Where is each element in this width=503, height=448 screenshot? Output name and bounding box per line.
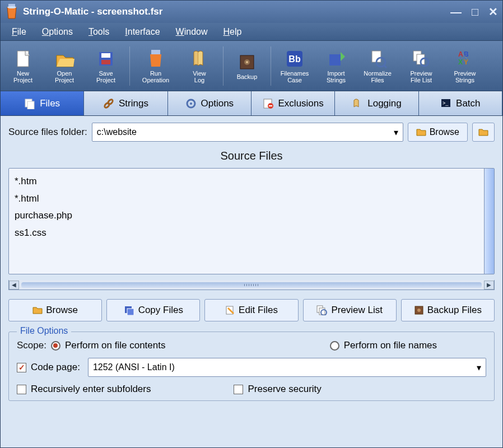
maximize-button[interactable]: □ bbox=[472, 6, 478, 18]
title-bar: String-O-Matic - screenshot.fsr — □ ✕ bbox=[1, 1, 502, 23]
file-options-group: File Options Scope: Perform on file cont… bbox=[8, 332, 495, 401]
toolbar: NewProjectOpenProjectSaveProjectRunOpera… bbox=[1, 41, 502, 91]
source-folder-value: c:\website bbox=[97, 127, 137, 137]
edit-icon bbox=[225, 305, 235, 315]
toolbar-run-operation[interactable]: RunOperation bbox=[133, 43, 178, 89]
source-files-listbox[interactable]: *.htm*.htmlpurchase.phpss1.css bbox=[8, 168, 495, 274]
folder-icon bbox=[32, 306, 43, 315]
preview-list-button[interactable]: Preview List bbox=[303, 299, 397, 321]
toolbar-filenames-case[interactable]: BbFilenamesCase bbox=[274, 43, 315, 89]
app-window: String-O-Matic - screenshot.fsr — □ ✕ Fi… bbox=[0, 0, 503, 448]
source-files-heading: Source Files bbox=[8, 150, 495, 162]
toolbar-import-strings[interactable]: ImportStrings bbox=[316, 43, 356, 89]
scroll-left-arrow-icon[interactable]: ◀ bbox=[9, 281, 19, 290]
close-button[interactable]: ✕ bbox=[488, 5, 498, 18]
svg-rect-37 bbox=[319, 308, 325, 315]
svg-rect-34 bbox=[127, 309, 134, 315]
list-item[interactable]: ss1.css bbox=[15, 225, 488, 242]
svg-point-1 bbox=[7, 6, 16, 8]
source-folder-combo[interactable]: c:\website ▾ bbox=[92, 123, 403, 142]
dropdown-caret-icon: ▾ bbox=[477, 362, 481, 373]
svg-text:Bb: Bb bbox=[288, 54, 301, 64]
menu-help[interactable]: Help bbox=[216, 25, 250, 39]
file-options-title: File Options bbox=[17, 326, 71, 336]
edit-files-button[interactable]: Edit Files bbox=[204, 299, 298, 321]
svg-point-40 bbox=[417, 309, 421, 312]
toolbar-backup[interactable]: Backup bbox=[227, 43, 267, 89]
horizontal-scrollbar[interactable]: ◀ ▶ bbox=[8, 280, 495, 290]
source-folder-label: Source files folder: bbox=[8, 127, 87, 138]
list-item[interactable]: purchase.php bbox=[15, 207, 488, 225]
scroll-right-arrow-icon[interactable]: ▶ bbox=[484, 281, 494, 290]
tab-strings[interactable]: Strings bbox=[84, 91, 167, 115]
svg-rect-5 bbox=[101, 60, 110, 64]
menu-interface[interactable]: Interface bbox=[117, 25, 167, 39]
toolbar-save-project[interactable]: SaveProject bbox=[86, 43, 126, 89]
list-browse-button[interactable]: Browse bbox=[8, 299, 102, 321]
svg-text:A: A bbox=[458, 50, 463, 58]
tab-exclusions[interactable]: Exclusions bbox=[252, 91, 335, 115]
svg-point-24 bbox=[104, 102, 110, 108]
toolbar-view-log[interactable]: ViewLog bbox=[179, 43, 220, 89]
svg-rect-6 bbox=[151, 50, 160, 54]
svg-text:Y: Y bbox=[464, 58, 468, 66]
scroll-track[interactable] bbox=[21, 282, 482, 288]
tab-logging[interactable]: Logging bbox=[335, 91, 418, 115]
tab-options[interactable]: Options bbox=[168, 91, 252, 115]
svg-rect-23 bbox=[27, 101, 34, 109]
svg-rect-12 bbox=[329, 54, 341, 66]
scope-names-radio[interactable]: Perform on file names bbox=[330, 340, 437, 351]
backup-icon bbox=[414, 305, 424, 315]
svg-text:X: X bbox=[458, 58, 463, 66]
toolbar-open-project[interactable]: OpenProject bbox=[44, 43, 85, 89]
tab-strip: FilesStringsOptionsExclusionsLogging>_Ba… bbox=[1, 91, 502, 116]
svg-point-9 bbox=[246, 61, 248, 63]
preserve-security-checkbox[interactable]: Preserve security bbox=[234, 384, 321, 395]
open-folder-button[interactable] bbox=[472, 123, 495, 142]
content-panel: Source files folder: c:\website ▾ Browse… bbox=[1, 116, 502, 447]
svg-rect-4 bbox=[101, 53, 110, 58]
svg-text:>_: >_ bbox=[443, 100, 449, 106]
codepage-combo[interactable]: 1252 (ANSI - Latin I) ▾ bbox=[88, 358, 486, 377]
app-icon bbox=[5, 4, 18, 20]
tab-batch[interactable]: >_Batch bbox=[419, 91, 502, 115]
menu-file[interactable]: File bbox=[4, 25, 34, 39]
svg-text:B: B bbox=[464, 50, 469, 58]
minimize-button[interactable]: — bbox=[450, 6, 462, 18]
menu-window[interactable]: Window bbox=[168, 25, 216, 39]
svg-point-27 bbox=[190, 102, 192, 105]
vertical-scrollbar[interactable] bbox=[484, 169, 494, 274]
recursive-checkbox[interactable]: Recursively enter subfolders bbox=[17, 384, 151, 395]
toolbar-preview-file-list[interactable]: PreviewFile List bbox=[399, 43, 444, 89]
menu-bar: FileOptionsToolsInterfaceWindowHelp bbox=[1, 23, 502, 41]
preview-icon bbox=[316, 305, 328, 315]
svg-point-25 bbox=[107, 99, 113, 105]
backup-files-button[interactable]: Backup Files bbox=[401, 299, 495, 321]
copy-icon bbox=[124, 305, 135, 315]
codepage-checkbox[interactable]: ✓ Code page: bbox=[17, 362, 80, 373]
browse-folder-button[interactable]: Browse bbox=[408, 123, 468, 142]
folder-open-icon bbox=[478, 128, 488, 137]
scope-label: Scope: bbox=[17, 340, 46, 351]
scope-contents-radio[interactable]: Perform on file contents bbox=[51, 340, 166, 351]
toolbar-preview-strings[interactable]: ABXYPreviewStrings bbox=[445, 43, 485, 89]
tab-files[interactable]: Files bbox=[1, 91, 84, 115]
toolbar-normalize-files[interactable]: NormalizeFiles bbox=[357, 43, 398, 89]
dropdown-caret-icon: ▾ bbox=[394, 127, 398, 138]
copy-files-button[interactable]: Copy Files bbox=[106, 299, 200, 321]
menu-options[interactable]: Options bbox=[34, 25, 81, 39]
menu-tools[interactable]: Tools bbox=[81, 25, 117, 39]
toolbar-new-project[interactable]: NewProject bbox=[3, 43, 43, 89]
window-title: String-O-Matic - screenshot.fsr bbox=[23, 6, 450, 17]
folder-icon bbox=[416, 128, 426, 137]
svg-rect-30 bbox=[269, 105, 272, 106]
list-item[interactable]: *.html bbox=[15, 190, 488, 208]
list-item[interactable]: *.htm bbox=[15, 173, 488, 190]
